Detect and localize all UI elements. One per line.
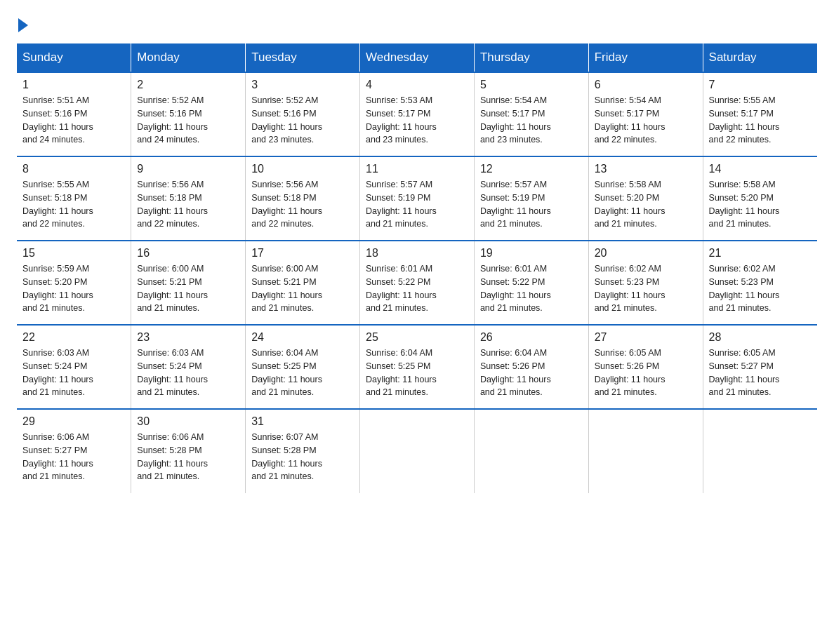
day-info: Sunrise: 5:56 AMSunset: 5:18 PMDaylight:…	[137, 178, 239, 231]
day-info: Sunrise: 5:59 AMSunset: 5:20 PMDaylight:…	[22, 262, 125, 315]
day-number: 22	[22, 331, 125, 344]
day-info: Sunrise: 6:01 AMSunset: 5:22 PMDaylight:…	[480, 262, 583, 315]
day-number: 11	[366, 163, 468, 175]
calendar-week-row: 22Sunrise: 6:03 AMSunset: 5:24 PMDayligh…	[17, 325, 817, 409]
day-info: Sunrise: 5:55 AMSunset: 5:17 PMDaylight:…	[709, 94, 812, 147]
day-number: 27	[595, 331, 697, 344]
calendar-week-row: 8Sunrise: 5:55 AMSunset: 5:18 PMDaylight…	[17, 156, 817, 241]
calendar-day-cell: 6Sunrise: 5:54 AMSunset: 5:17 PMDaylight…	[588, 72, 703, 156]
calendar-day-cell	[588, 409, 703, 493]
calendar-day-cell: 8Sunrise: 5:55 AMSunset: 5:18 PMDaylight…	[17, 156, 131, 241]
day-of-week-header: Tuesday	[246, 43, 360, 72]
day-info: Sunrise: 5:52 AMSunset: 5:16 PMDaylight:…	[137, 94, 239, 147]
day-info: Sunrise: 6:07 AMSunset: 5:28 PMDaylight:…	[251, 431, 354, 483]
day-number: 15	[22, 247, 125, 260]
day-of-week-header: Sunday	[17, 43, 131, 72]
calendar-table: SundayMondayTuesdayWednesdayThursdayFrid…	[17, 43, 817, 493]
day-info: Sunrise: 6:03 AMSunset: 5:24 PMDaylight:…	[22, 347, 125, 399]
logo	[17, 17, 28, 29]
calendar-day-cell: 28Sunrise: 6:05 AMSunset: 5:27 PMDayligh…	[703, 325, 817, 409]
day-number: 25	[366, 331, 468, 344]
calendar-day-cell: 1Sunrise: 5:51 AMSunset: 5:16 PMDaylight…	[17, 72, 131, 156]
day-number: 18	[366, 247, 468, 260]
day-number: 17	[251, 247, 354, 260]
day-number: 28	[709, 331, 812, 344]
day-info: Sunrise: 5:55 AMSunset: 5:18 PMDaylight:…	[22, 178, 125, 231]
day-of-week-header: Monday	[131, 43, 246, 72]
calendar-day-cell: 4Sunrise: 5:53 AMSunset: 5:17 PMDaylight…	[360, 72, 475, 156]
calendar-header-row: SundayMondayTuesdayWednesdayThursdayFrid…	[17, 43, 817, 72]
day-info: Sunrise: 5:53 AMSunset: 5:17 PMDaylight:…	[366, 94, 468, 147]
day-info: Sunrise: 5:58 AMSunset: 5:20 PMDaylight:…	[709, 178, 812, 231]
day-info: Sunrise: 6:05 AMSunset: 5:27 PMDaylight:…	[709, 347, 812, 399]
day-info: Sunrise: 6:06 AMSunset: 5:27 PMDaylight:…	[22, 431, 125, 483]
day-info: Sunrise: 5:57 AMSunset: 5:19 PMDaylight:…	[480, 178, 583, 231]
calendar-day-cell: 26Sunrise: 6:04 AMSunset: 5:26 PMDayligh…	[474, 325, 588, 409]
day-number: 24	[251, 331, 354, 344]
day-of-week-header: Saturday	[703, 43, 817, 72]
day-info: Sunrise: 5:56 AMSunset: 5:18 PMDaylight:…	[251, 178, 354, 231]
calendar-day-cell: 7Sunrise: 5:55 AMSunset: 5:17 PMDaylight…	[703, 72, 817, 156]
calendar-day-cell: 19Sunrise: 6:01 AMSunset: 5:22 PMDayligh…	[474, 241, 588, 325]
day-info: Sunrise: 6:00 AMSunset: 5:21 PMDaylight:…	[251, 262, 354, 315]
day-number: 14	[709, 163, 812, 175]
calendar-day-cell: 11Sunrise: 5:57 AMSunset: 5:19 PMDayligh…	[360, 156, 475, 241]
day-number: 31	[251, 415, 354, 428]
calendar-day-cell: 21Sunrise: 6:02 AMSunset: 5:23 PMDayligh…	[703, 241, 817, 325]
calendar-day-cell: 13Sunrise: 5:58 AMSunset: 5:20 PMDayligh…	[588, 156, 703, 241]
day-number: 9	[137, 163, 239, 175]
logo-arrow-icon	[18, 18, 28, 32]
day-info: Sunrise: 6:04 AMSunset: 5:25 PMDaylight:…	[366, 347, 468, 399]
calendar-day-cell: 15Sunrise: 5:59 AMSunset: 5:20 PMDayligh…	[17, 241, 131, 325]
calendar-day-cell: 23Sunrise: 6:03 AMSunset: 5:24 PMDayligh…	[131, 325, 246, 409]
calendar-day-cell: 27Sunrise: 6:05 AMSunset: 5:26 PMDayligh…	[588, 325, 703, 409]
calendar-day-cell: 5Sunrise: 5:54 AMSunset: 5:17 PMDaylight…	[474, 72, 588, 156]
day-number: 13	[595, 163, 697, 175]
day-info: Sunrise: 6:04 AMSunset: 5:25 PMDaylight:…	[251, 347, 354, 399]
day-number: 19	[480, 247, 583, 260]
calendar-day-cell: 22Sunrise: 6:03 AMSunset: 5:24 PMDayligh…	[17, 325, 131, 409]
day-info: Sunrise: 6:05 AMSunset: 5:26 PMDaylight:…	[595, 347, 697, 399]
calendar-week-row: 15Sunrise: 5:59 AMSunset: 5:20 PMDayligh…	[17, 241, 817, 325]
day-number: 16	[137, 247, 239, 260]
day-number: 10	[251, 163, 354, 175]
day-number: 2	[137, 79, 239, 91]
day-info: Sunrise: 6:03 AMSunset: 5:24 PMDaylight:…	[137, 347, 239, 399]
day-info: Sunrise: 5:52 AMSunset: 5:16 PMDaylight:…	[251, 94, 354, 147]
day-info: Sunrise: 5:58 AMSunset: 5:20 PMDaylight:…	[595, 178, 697, 231]
page-header	[17, 17, 817, 29]
day-number: 1	[22, 79, 125, 91]
day-number: 20	[595, 247, 697, 260]
day-number: 29	[22, 415, 125, 428]
day-of-week-header: Thursday	[474, 43, 588, 72]
calendar-day-cell	[703, 409, 817, 493]
day-info: Sunrise: 6:00 AMSunset: 5:21 PMDaylight:…	[137, 262, 239, 315]
day-number: 5	[480, 79, 583, 91]
calendar-day-cell: 9Sunrise: 5:56 AMSunset: 5:18 PMDaylight…	[131, 156, 246, 241]
day-number: 4	[366, 79, 468, 91]
day-number: 21	[709, 247, 812, 260]
day-info: Sunrise: 6:02 AMSunset: 5:23 PMDaylight:…	[709, 262, 812, 315]
calendar-week-row: 1Sunrise: 5:51 AMSunset: 5:16 PMDaylight…	[17, 72, 817, 156]
day-number: 3	[251, 79, 354, 91]
calendar-day-cell: 12Sunrise: 5:57 AMSunset: 5:19 PMDayligh…	[474, 156, 588, 241]
calendar-day-cell: 24Sunrise: 6:04 AMSunset: 5:25 PMDayligh…	[246, 325, 360, 409]
day-info: Sunrise: 5:57 AMSunset: 5:19 PMDaylight:…	[366, 178, 468, 231]
calendar-day-cell: 14Sunrise: 5:58 AMSunset: 5:20 PMDayligh…	[703, 156, 817, 241]
calendar-day-cell: 18Sunrise: 6:01 AMSunset: 5:22 PMDayligh…	[360, 241, 475, 325]
day-info: Sunrise: 5:54 AMSunset: 5:17 PMDaylight:…	[595, 94, 697, 147]
calendar-day-cell: 25Sunrise: 6:04 AMSunset: 5:25 PMDayligh…	[360, 325, 475, 409]
day-number: 23	[137, 331, 239, 344]
day-number: 8	[22, 163, 125, 175]
calendar-day-cell: 3Sunrise: 5:52 AMSunset: 5:16 PMDaylight…	[246, 72, 360, 156]
calendar-day-cell: 20Sunrise: 6:02 AMSunset: 5:23 PMDayligh…	[588, 241, 703, 325]
calendar-day-cell: 16Sunrise: 6:00 AMSunset: 5:21 PMDayligh…	[131, 241, 246, 325]
calendar-day-cell: 29Sunrise: 6:06 AMSunset: 5:27 PMDayligh…	[17, 409, 131, 493]
day-number: 6	[595, 79, 697, 91]
day-info: Sunrise: 6:06 AMSunset: 5:28 PMDaylight:…	[137, 431, 239, 483]
day-number: 26	[480, 331, 583, 344]
day-of-week-header: Wednesday	[360, 43, 475, 72]
calendar-day-cell: 30Sunrise: 6:06 AMSunset: 5:28 PMDayligh…	[131, 409, 246, 493]
day-info: Sunrise: 6:01 AMSunset: 5:22 PMDaylight:…	[366, 262, 468, 315]
day-number: 7	[709, 79, 812, 91]
